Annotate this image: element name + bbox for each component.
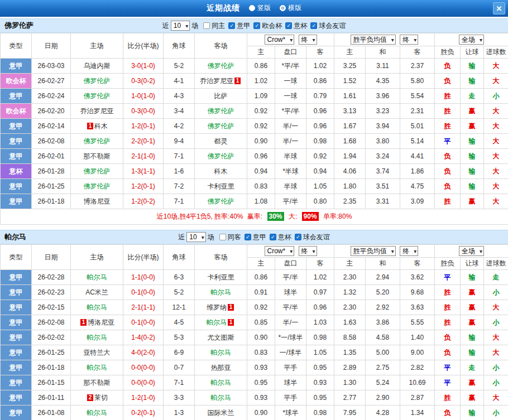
win-rate-label: 赢率: bbox=[247, 213, 262, 220]
radio-horizontal-layout[interactable]: 横版 bbox=[280, 3, 301, 13]
col-header-handicap: 让球 bbox=[461, 46, 484, 59]
radio-icon bbox=[249, 5, 255, 11]
team-name-title: 佛罗伦萨 bbox=[4, 21, 33, 31]
league-badge: 意甲 bbox=[1, 285, 32, 300]
filter-option[interactable]: ✓意杯 bbox=[270, 233, 291, 242]
filter-option[interactable]: 同主 bbox=[203, 21, 225, 31]
red-card-badge: 1 bbox=[228, 304, 234, 311]
ah-line: 一球 bbox=[275, 74, 306, 89]
checkbox-icon[interactable]: ✓ bbox=[270, 234, 276, 240]
corners: 5-3 bbox=[164, 330, 195, 345]
col-header-corners: 角球 bbox=[164, 245, 195, 270]
checkbox-icon[interactable]: ✓ bbox=[253, 22, 260, 29]
away-team-name: 热那亚 bbox=[211, 364, 231, 371]
away-team-name: 都灵 bbox=[214, 137, 228, 145]
ah-home-odds: 0.92 bbox=[247, 104, 275, 119]
col-header-result: 胜负 bbox=[435, 46, 461, 59]
league-badge: 欧会杯 bbox=[1, 104, 32, 119]
ah-line: *球半 bbox=[275, 405, 306, 420]
ah-line: 平/半 bbox=[275, 300, 306, 315]
filter-label: 意甲 bbox=[253, 233, 266, 242]
ah-away-odds: 0.79 bbox=[306, 89, 334, 104]
bookmaker-select[interactable]: Crow* bbox=[265, 246, 295, 256]
col-header-type: 类型 bbox=[1, 33, 32, 59]
eu-draw-odds: 5.20 bbox=[366, 285, 400, 300]
scope-select[interactable]: 全场 bbox=[459, 35, 484, 45]
checkbox-icon[interactable] bbox=[203, 22, 210, 29]
wdl-result: 胜 bbox=[435, 390, 461, 405]
filter-option[interactable]: ✓欧会杯 bbox=[253, 21, 282, 31]
corners: 1-6 bbox=[164, 164, 195, 179]
close-icon[interactable]: ✕ bbox=[493, 2, 505, 15]
wdl-result: 负 bbox=[435, 149, 461, 164]
away-team: 帕尔马 bbox=[195, 285, 247, 300]
wdl-result: 胜 bbox=[435, 119, 461, 134]
filter-option[interactable]: 同客 bbox=[219, 233, 241, 242]
europe-avg-select[interactable]: 胜平负均值 bbox=[351, 246, 396, 256]
away-team: 都灵 bbox=[195, 134, 247, 149]
eu-home-odds: 1.67 bbox=[334, 119, 366, 134]
red-card-badge: 1 bbox=[234, 78, 241, 84]
goals-result: 大 bbox=[484, 179, 508, 194]
eu-away-odds: 2.87 bbox=[400, 390, 435, 405]
checkbox-icon[interactable]: ✓ bbox=[245, 234, 251, 240]
filter-option[interactable]: ✓球会友谊 bbox=[295, 233, 330, 242]
match-date: 26-01-15 bbox=[32, 375, 71, 390]
match-date: 26-02-28 bbox=[32, 270, 71, 285]
checkbox-icon[interactable]: ✓ bbox=[285, 22, 292, 29]
big-rate-badge: 90% bbox=[302, 212, 319, 221]
col-header-date: 日期 bbox=[32, 33, 71, 59]
radio-vertical-label: 竖版 bbox=[257, 3, 271, 13]
match-row: 意甲26-03-03乌迪内斯3-0(1-0)5-2佛罗伦萨0.86*平/半1.0… bbox=[1, 59, 508, 74]
checkbox-icon[interactable]: ✓ bbox=[310, 22, 317, 29]
checkbox-icon[interactable]: ✓ bbox=[228, 22, 235, 29]
europe-time-select[interactable]: 终 bbox=[400, 246, 418, 256]
ah-line: 半/一 bbox=[275, 134, 306, 149]
filter-label: 球会友谊 bbox=[303, 233, 330, 242]
match-row: 意甲26-01-15那不勒斯0-0(0-0)7-1帕尔马0.95球半0.931.… bbox=[1, 375, 508, 390]
europe-time-value: 终 bbox=[402, 36, 409, 44]
home-team: 佛罗伦萨 bbox=[71, 74, 123, 89]
ah-away-odds: 0.95 bbox=[306, 390, 334, 405]
handicap-result: 输 bbox=[461, 164, 484, 179]
filter-option[interactable]: ✓意甲 bbox=[245, 233, 266, 242]
match-date: 26-02-02 bbox=[32, 330, 71, 345]
wdl-result: 胜 bbox=[435, 300, 461, 315]
goals-result: 小 bbox=[484, 405, 508, 420]
wdl-result: 平 bbox=[435, 360, 461, 375]
eu-home-odds: 8.58 bbox=[334, 330, 366, 345]
home-team: 乌迪内斯 bbox=[71, 59, 123, 74]
away-team-name: 佛罗伦萨 bbox=[208, 122, 234, 130]
away-team-name: 卡利亚里 bbox=[208, 273, 234, 281]
checkbox-icon[interactable] bbox=[219, 234, 226, 240]
filter-option[interactable]: ✓意甲 bbox=[228, 21, 250, 31]
ah-time-select[interactable]: 终 bbox=[299, 246, 317, 256]
corners: 7-2 bbox=[164, 179, 195, 194]
handicap-result: 赢 bbox=[461, 119, 484, 134]
radio-vertical-layout[interactable]: 竖版 bbox=[249, 3, 271, 13]
europe-avg-select[interactable]: 胜平负均值 bbox=[351, 35, 396, 45]
match-row: 意甲26-01-08帕尔马0-2(0-1)1-3国际米兰0.90*球半0.987… bbox=[1, 405, 508, 420]
eu-draw-odds: 4.28 bbox=[366, 405, 400, 420]
bookmaker-select[interactable]: Crow* bbox=[265, 35, 295, 45]
away-team-name: 乔治罗尼亚 bbox=[200, 77, 233, 85]
recent-count-select[interactable]: 10 bbox=[171, 21, 190, 31]
recent-count-select[interactable]: 10 bbox=[186, 232, 205, 242]
team-section-parma: 帕尔马 近 10 场 同客✓意甲✓意杯✓球会友谊 类型 日期 主场 比分(半场)… bbox=[0, 230, 508, 420]
corners: 0-7 bbox=[164, 360, 195, 375]
eu-away-odds: 4.41 bbox=[400, 149, 435, 164]
scope-select[interactable]: 全场 bbox=[459, 246, 484, 256]
checkbox-icon[interactable]: ✓ bbox=[295, 234, 301, 240]
eu-draw-odds: 2.94 bbox=[366, 270, 400, 285]
europe-time-select[interactable]: 终 bbox=[400, 35, 418, 45]
eu-home-odds: 7.95 bbox=[334, 405, 366, 420]
ah-time-value: 终 bbox=[301, 247, 308, 255]
filter-label: 意甲 bbox=[237, 21, 250, 31]
filter-option[interactable]: ✓意杯 bbox=[285, 21, 307, 31]
home-team: 佛罗伦萨 bbox=[71, 179, 123, 194]
goals-result: 大 bbox=[484, 390, 508, 405]
ah-time-select[interactable]: 终 bbox=[299, 35, 317, 45]
filter-option[interactable]: ✓球会友谊 bbox=[310, 21, 346, 31]
goals-result: 小 bbox=[484, 315, 508, 330]
home-team: 博洛尼亚 bbox=[71, 194, 123, 209]
